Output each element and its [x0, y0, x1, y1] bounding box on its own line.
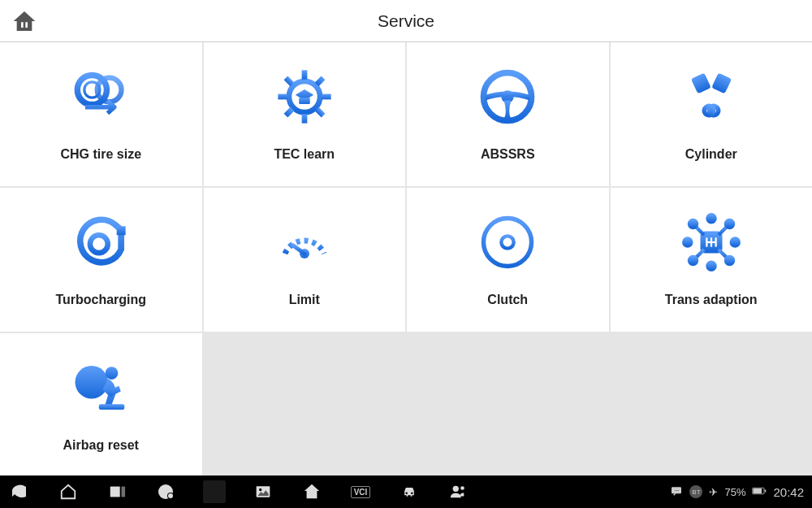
clutch-icon	[478, 213, 537, 271]
transmission-icon	[682, 213, 741, 271]
home-icon[interactable]	[11, 8, 37, 34]
tile-airbag-reset[interactable]: Airbag reset	[0, 333, 202, 477]
svg-point-48	[707, 215, 715, 222]
turbo-icon	[71, 213, 130, 271]
tile-label: Cylinder	[685, 147, 737, 162]
tile-label: Trans adaption	[665, 293, 758, 307]
svg-point-50	[684, 238, 691, 245]
svg-point-55	[726, 257, 733, 264]
svg-point-54	[689, 257, 697, 264]
tile-label: Limit	[289, 293, 320, 307]
gauge-icon	[275, 213, 334, 271]
empty-tile	[407, 333, 609, 477]
back-icon[interactable]	[8, 480, 31, 503]
circle-nav-icon[interactable]	[154, 480, 177, 503]
tile-label: ABSSRS	[481, 147, 535, 162]
svg-rect-78	[754, 488, 762, 493]
svg-point-49	[707, 262, 715, 269]
service-grid: CHG tire size TEC learn	[0, 42, 812, 477]
svg-point-74	[460, 486, 464, 490]
svg-point-71	[405, 492, 408, 494]
tile-trans-adaption[interactable]: Trans adaption	[611, 188, 813, 332]
picture-nav-icon[interactable]	[252, 480, 274, 503]
recent-apps-icon[interactable]	[106, 480, 128, 503]
svg-rect-15	[691, 72, 711, 93]
tile-abssrs[interactable]: ABSSRS	[407, 42, 609, 186]
svg-rect-64	[122, 487, 126, 497]
airplane-icon: ✈	[709, 486, 718, 498]
tile-limit[interactable]: Limit	[204, 188, 406, 332]
svg-rect-12	[299, 98, 310, 104]
svg-point-52	[689, 220, 697, 228]
vci-icon[interactable]: VCI	[349, 480, 372, 503]
tile-cylinder[interactable]: Cylinder	[611, 42, 813, 186]
svg-rect-18	[711, 72, 732, 93]
svg-rect-63	[110, 487, 120, 497]
svg-rect-6	[278, 93, 287, 99]
airbag-icon	[71, 358, 130, 417]
page-title: Service	[378, 11, 434, 31]
clock-time: 20:42	[773, 485, 804, 499]
svg-point-60	[76, 366, 109, 399]
tire-size-icon	[71, 67, 130, 126]
steering-wheel-icon	[478, 67, 537, 126]
svg-point-70	[259, 488, 261, 491]
svg-rect-5	[301, 114, 307, 123]
svg-point-51	[732, 238, 739, 245]
home-nav-icon[interactable]	[57, 480, 80, 503]
empty-tile	[204, 333, 406, 477]
message-icon[interactable]: ⋯	[670, 484, 683, 500]
svg-point-26	[502, 236, 514, 248]
pistons-icon	[682, 67, 741, 126]
tile-label: CHG tire size	[60, 147, 141, 162]
svg-rect-7	[322, 93, 330, 99]
wifi-percent: 75%	[724, 486, 745, 498]
tile-chg-tire-size[interactable]: CHG tire size	[0, 42, 202, 186]
svg-point-53	[726, 220, 733, 228]
battery-icon	[752, 486, 767, 498]
svg-point-21	[90, 235, 108, 253]
svg-point-72	[411, 492, 413, 494]
svg-point-67	[168, 493, 173, 498]
empty-tile	[611, 333, 813, 477]
gear-learn-icon	[275, 67, 334, 126]
tile-label: Clutch	[487, 293, 528, 307]
tile-turbocharging[interactable]: Turbocharging	[0, 188, 202, 332]
car-icon[interactable]	[398, 480, 421, 503]
svg-rect-22	[117, 226, 126, 235]
svg-text:⋯: ⋯	[675, 487, 679, 492]
svg-rect-4	[301, 70, 307, 79]
bottom-nav-bar: VCI ⋯ BT ✈ 75% 20:42	[0, 475, 812, 508]
tile-label: Airbag reset	[63, 438, 139, 453]
tile-label: TEC learn	[274, 147, 335, 162]
tile-label: Turbocharging	[55, 293, 146, 307]
svg-point-61	[106, 367, 119, 380]
header-bar: Service	[0, 0, 812, 42]
bt-icon: BT	[689, 485, 702, 498]
camera-icon[interactable]	[203, 480, 226, 503]
svg-rect-62	[99, 404, 125, 410]
svg-rect-79	[765, 489, 767, 492]
svg-point-73	[453, 486, 459, 492]
tile-clutch[interactable]: Clutch	[407, 188, 609, 332]
support-icon[interactable]	[447, 480, 469, 503]
tile-tec-learn[interactable]: TEC learn	[204, 42, 406, 186]
home-filled-icon[interactable]	[300, 480, 323, 503]
